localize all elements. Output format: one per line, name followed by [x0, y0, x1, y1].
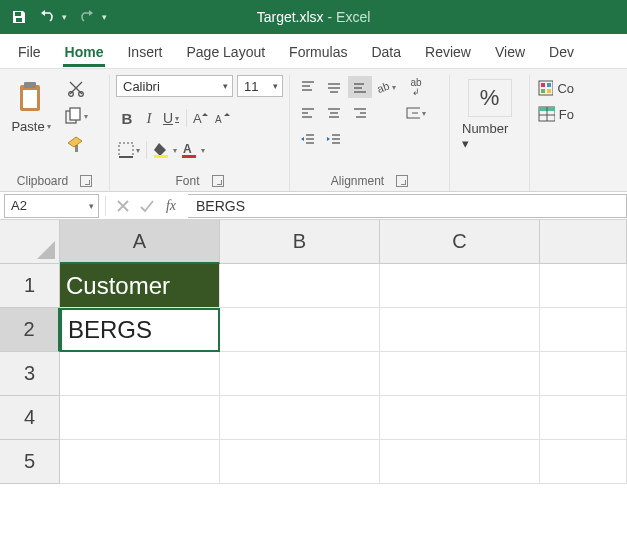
save-icon[interactable] — [8, 6, 30, 28]
font-name-combo[interactable]: Calibri▾ — [116, 75, 233, 97]
tab-developer[interactable]: Dev — [539, 38, 584, 68]
col-header-a[interactable]: A — [60, 220, 220, 264]
font-size-combo[interactable]: 11▾ — [237, 75, 283, 97]
row-header-3[interactable]: 3 — [0, 352, 60, 396]
row-header-5[interactable]: 5 — [0, 440, 60, 484]
cell-a2[interactable]: BERGS — [60, 308, 220, 352]
svg-rect-1 — [24, 82, 36, 88]
clipboard-launcher-icon[interactable] — [80, 175, 92, 187]
cell-c4[interactable] — [380, 396, 540, 440]
cell-a1[interactable]: Customer — [60, 264, 220, 308]
decrease-font-icon[interactable]: A — [213, 107, 235, 129]
ribbon-tabs: File Home Insert Page Layout Formulas Da… — [0, 34, 627, 68]
svg-rect-45 — [541, 89, 545, 93]
increase-font-icon[interactable]: A — [191, 107, 213, 129]
cell-d3[interactable] — [540, 352, 627, 396]
tab-data[interactable]: Data — [361, 38, 411, 68]
borders-button[interactable]: ▾ — [116, 139, 142, 161]
percent-style-button[interactable]: % — [468, 79, 512, 117]
align-center-icon[interactable] — [322, 102, 346, 124]
cell-c3[interactable] — [380, 352, 540, 396]
tab-view[interactable]: View — [485, 38, 535, 68]
font-color-button[interactable]: A ▾ — [179, 139, 207, 161]
redo-icon[interactable] — [76, 6, 98, 28]
enter-formula-icon[interactable] — [136, 195, 158, 217]
alignment-group-title: Alignment — [331, 174, 384, 188]
title-filename: Target.xlsx — [257, 9, 324, 25]
svg-rect-43 — [541, 83, 545, 87]
cancel-formula-icon[interactable] — [112, 195, 134, 217]
merge-center-button[interactable]: ▾ — [404, 102, 428, 124]
undo-dropdown-icon[interactable]: ▾ — [62, 12, 70, 22]
cell-d5[interactable] — [540, 440, 627, 484]
cell-b3[interactable] — [220, 352, 380, 396]
cell-d4[interactable] — [540, 396, 627, 440]
svg-rect-46 — [547, 89, 551, 93]
bold-button[interactable]: B — [116, 107, 138, 129]
cell-d2[interactable] — [540, 308, 627, 352]
align-right-icon[interactable] — [348, 102, 372, 124]
fill-color-button[interactable]: ▾ — [151, 139, 179, 161]
format-as-table-button[interactable]: Fo — [536, 103, 576, 125]
clipboard-group-title: Clipboard — [17, 174, 68, 188]
align-bottom-icon[interactable] — [348, 76, 372, 98]
insert-function-button[interactable]: fx — [160, 195, 182, 217]
col-header-c[interactable]: C — [380, 220, 540, 264]
tab-review[interactable]: Review — [415, 38, 481, 68]
cell-b4[interactable] — [220, 396, 380, 440]
paste-button[interactable] — [14, 75, 48, 119]
row-header-1[interactable]: 1 — [0, 264, 60, 308]
tab-home[interactable]: Home — [55, 38, 114, 68]
tab-insert[interactable]: Insert — [117, 38, 172, 68]
window-title: Target.xlsx - Excel — [257, 9, 371, 25]
tab-file[interactable]: File — [8, 38, 51, 68]
paste-label[interactable]: Paste▾ — [9, 119, 52, 134]
redo-dropdown-icon[interactable]: ▾ — [102, 12, 110, 22]
alignment-launcher-icon[interactable] — [396, 175, 408, 187]
cell-a5[interactable] — [60, 440, 220, 484]
cell-b2[interactable] — [220, 308, 380, 352]
cell-c5[interactable] — [380, 440, 540, 484]
svg-rect-44 — [547, 83, 551, 87]
svg-text:A: A — [215, 114, 222, 125]
svg-rect-14 — [182, 155, 196, 158]
undo-icon[interactable] — [36, 6, 58, 28]
underline-button[interactable]: U▾ — [160, 107, 182, 129]
conditional-formatting-button[interactable]: Co — [536, 77, 576, 99]
orientation-button[interactable]: ab▾ — [374, 76, 398, 98]
cell-a4[interactable] — [60, 396, 220, 440]
font-group-title: Font — [175, 174, 199, 188]
increase-indent-icon[interactable] — [322, 128, 346, 150]
row-header-2[interactable]: 2 — [0, 308, 60, 352]
name-box[interactable]: A2 ▾ — [4, 194, 99, 218]
title-appname: Excel — [336, 9, 370, 25]
svg-text:A: A — [193, 111, 202, 126]
copy-button[interactable]: ▾ — [62, 105, 90, 127]
row-header-4[interactable]: 4 — [0, 396, 60, 440]
cell-c2[interactable] — [380, 308, 540, 352]
cell-c1[interactable] — [380, 264, 540, 308]
decrease-indent-icon[interactable] — [296, 128, 320, 150]
font-launcher-icon[interactable] — [212, 175, 224, 187]
cell-d1[interactable] — [540, 264, 627, 308]
tab-page-layout[interactable]: Page Layout — [176, 38, 275, 68]
align-middle-icon[interactable] — [322, 76, 346, 98]
cell-b1[interactable] — [220, 264, 380, 308]
svg-rect-12 — [154, 155, 168, 158]
italic-button[interactable]: I — [138, 107, 160, 129]
spreadsheet-grid[interactable]: A B C 1 Customer 2 BERGS 3 4 5 — [0, 220, 627, 484]
cut-button[interactable] — [62, 77, 90, 99]
col-header-d[interactable] — [540, 220, 627, 264]
select-all-corner[interactable] — [0, 220, 60, 264]
align-left-icon[interactable] — [296, 102, 320, 124]
wrap-text-button[interactable]: ab↲ — [404, 76, 428, 98]
col-header-b[interactable]: B — [220, 220, 380, 264]
align-top-icon[interactable] — [296, 76, 320, 98]
svg-rect-10 — [119, 143, 133, 157]
formula-bar[interactable]: BERGS — [188, 194, 627, 218]
tab-formulas[interactable]: Formulas — [279, 38, 357, 68]
cell-b5[interactable] — [220, 440, 380, 484]
number-group-label[interactable]: Number ▾ — [462, 121, 517, 151]
cell-a3[interactable] — [60, 352, 220, 396]
format-painter-button[interactable] — [62, 133, 90, 155]
